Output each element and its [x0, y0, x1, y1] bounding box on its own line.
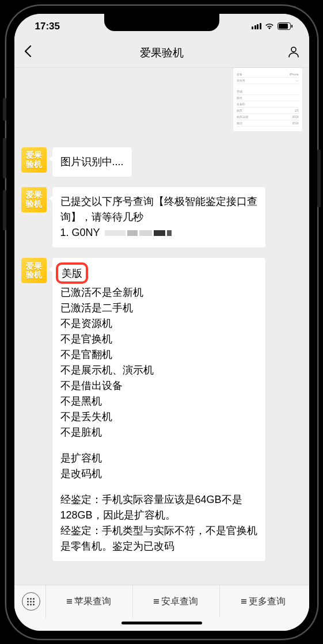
message-row: 爱果验机 图片识别中....	[21, 147, 302, 177]
android-query-button[interactable]: 安卓查询	[132, 585, 219, 618]
notch	[104, 14, 219, 31]
redacted-serial	[105, 225, 173, 241]
result-line: 已激活不是全新机	[60, 285, 257, 300]
wifi-icon	[264, 22, 275, 30]
result-line: 不是黑机	[60, 394, 257, 409]
result-line: 不是资源机	[60, 316, 257, 331]
message-text: 1. G0NY	[60, 225, 257, 241]
result-line: 不是展示机、演示机	[60, 363, 257, 378]
result-line: 不是官翻机	[60, 347, 257, 363]
cellular-icon	[252, 23, 261, 29]
apple-query-button[interactable]: 苹果查询	[45, 585, 132, 618]
result-line: 已激活是二手机	[60, 300, 257, 316]
svg-rect-2	[291, 25, 292, 28]
result-bubble[interactable]: 美版 已激活不是全新机 已激活是二手机 不是资源机 不是官换机 不是官翻机 不是…	[52, 258, 265, 561]
result-line: 是扩容机	[60, 451, 257, 466]
home-indicator[interactable]	[14, 618, 309, 631]
message-bubble[interactable]: 图片识别中....	[52, 147, 132, 177]
keyboard-toggle-button[interactable]	[17, 592, 45, 611]
back-button[interactable]	[24, 45, 47, 61]
message-row: 爱果验机 美版 已激活不是全新机 已激活是二手机 不是资源机 不是官换机 不是官…	[21, 258, 302, 561]
result-line: 不是丢失机	[60, 409, 257, 425]
status-time: 17:35	[35, 21, 60, 32]
menu-icon	[241, 599, 246, 604]
avatar[interactable]: 爱果验机	[21, 258, 47, 283]
screen: 17:35 爱果验机	[14, 14, 309, 631]
result-line: 不是借出设备	[60, 378, 257, 394]
phone-frame: 17:35 爱果验机	[6, 6, 317, 639]
nav-bar: 爱果验机	[14, 39, 309, 68]
message-text: 图片识别中....	[60, 156, 124, 167]
more-query-button[interactable]: 更多查询	[219, 585, 306, 618]
menu-icon	[67, 599, 72, 604]
battery-icon	[278, 22, 293, 30]
region-highlight: 美版	[56, 262, 88, 284]
verdict-text: 经鉴定：手机实际容量应该是64GB不是128GB，因此是扩容机。	[60, 492, 257, 523]
result-line: 不是脏机	[60, 425, 257, 440]
message-text: 已提交以下序号查询【终极智能鉴定接口查询】，请等待几秒	[60, 194, 257, 225]
message-bubble[interactable]: 已提交以下序号查询【终极智能鉴定接口查询】，请等待几秒 1. G0NY	[52, 187, 265, 248]
profile-button[interactable]	[277, 45, 300, 60]
bottom-toolbar: 苹果查询 安卓查询 更多查询	[14, 585, 309, 618]
result-line: 是改码机	[60, 466, 257, 482]
result-line: 不是官换机	[60, 331, 257, 347]
avatar[interactable]: 爱果验机	[21, 187, 47, 212]
svg-point-3	[291, 47, 296, 52]
avatar[interactable]: 爱果验机	[21, 147, 47, 173]
message-row: 爱果验机 已提交以下序号查询【终极智能鉴定接口查询】，请等待几秒 1. G0NY	[21, 187, 302, 248]
svg-rect-1	[279, 24, 288, 29]
menu-icon	[154, 599, 159, 604]
verdict-text: 经鉴定：手机类型与实际不符，不是官换机是零售机。鉴定为已改码	[60, 523, 257, 554]
chat-area[interactable]: 设备iPhone 序列号— 存储 颜色 设备ID 购买US 购买日期2019 激…	[14, 68, 309, 585]
page-title: 爱果验机	[140, 45, 184, 60]
attachment-thumbnail[interactable]: 设备iPhone 序列号— 存储 颜色 设备ID 购买US 购买日期2019 激…	[233, 68, 302, 131]
